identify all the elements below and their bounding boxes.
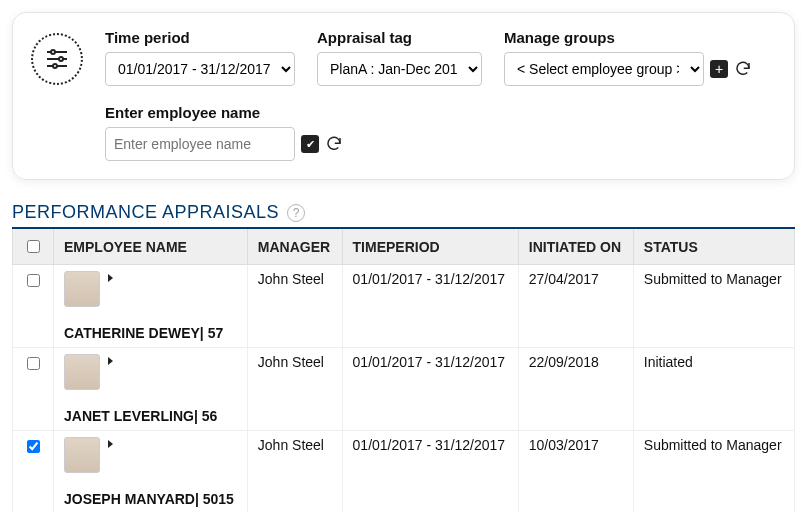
col-timeperiod: TIMEPERIOD xyxy=(342,228,518,265)
avatar xyxy=(64,271,100,307)
svg-point-5 xyxy=(53,64,57,68)
manager-cell: John Steel xyxy=(247,348,342,431)
expand-icon[interactable] xyxy=(108,274,113,282)
manager-cell: John Steel xyxy=(247,431,342,513)
page-title: PERFORMANCE APPRAISALS xyxy=(12,202,279,223)
section-header: PERFORMANCE APPRAISALS ? xyxy=(12,202,795,223)
employee-name-label: Enter employee name xyxy=(105,104,776,121)
time-period-select[interactable]: 01/01/2017 - 31/12/2017 xyxy=(105,52,295,86)
initiated-cell: 22/09/2018 xyxy=(518,348,633,431)
col-manager: MANAGER xyxy=(247,228,342,265)
manage-groups-group: Manage groups < Select employee group > … xyxy=(504,29,752,86)
filter-card: Time period 01/01/2017 - 31/12/2017 Appr… xyxy=(12,12,795,180)
add-group-icon[interactable]: + xyxy=(710,60,728,78)
row-checkbox[interactable] xyxy=(27,440,40,453)
appraisals-table: EMPLOYEE NAME MANAGER TIMEPERIOD INITIAT… xyxy=(12,227,795,512)
refresh-groups-icon[interactable] xyxy=(734,60,752,78)
expand-icon[interactable] xyxy=(108,357,113,365)
status-cell: Submitted to Manager xyxy=(633,431,794,513)
avatar xyxy=(64,354,100,390)
employee-name-group: Enter employee name ✔ xyxy=(105,104,776,161)
col-check xyxy=(13,228,54,265)
table-row: CATHERINE DEWEY| 57 John Steel 01/01/201… xyxy=(13,265,795,348)
help-icon[interactable]: ? xyxy=(287,204,305,222)
employee-name-text: CATHERINE DEWEY| 57 xyxy=(64,325,237,341)
timeperiod-cell: 01/01/2017 - 31/12/2017 xyxy=(342,431,518,513)
filter-columns: Time period 01/01/2017 - 31/12/2017 Appr… xyxy=(105,29,776,161)
time-period-group: Time period 01/01/2017 - 31/12/2017 xyxy=(105,29,295,86)
timeperiod-cell: 01/01/2017 - 31/12/2017 xyxy=(342,348,518,431)
employee-name-input[interactable] xyxy=(105,127,295,161)
appraisal-tag-label: Appraisal tag xyxy=(317,29,482,46)
row-checkbox[interactable] xyxy=(27,357,40,370)
status-cell: Initiated xyxy=(633,348,794,431)
table-row: JOSEPH MANYARD| 5015 John Steel 01/01/20… xyxy=(13,431,795,513)
initiated-cell: 10/03/2017 xyxy=(518,431,633,513)
col-status: STATUS xyxy=(633,228,794,265)
col-employee: EMPLOYEE NAME xyxy=(54,228,248,265)
appraisal-tag-select[interactable]: PlanA : Jan-Dec 2017 xyxy=(317,52,482,86)
manage-groups-label: Manage groups xyxy=(504,29,752,46)
timeperiod-cell: 01/01/2017 - 31/12/2017 xyxy=(342,265,518,348)
refresh-name-icon[interactable] xyxy=(325,135,343,153)
avatar xyxy=(64,437,100,473)
table-row: JANET LEVERLING| 56 John Steel 01/01/201… xyxy=(13,348,795,431)
employee-name-text: JOSEPH MANYARD| 5015 xyxy=(64,491,237,507)
svg-point-3 xyxy=(59,57,63,61)
manager-cell: John Steel xyxy=(247,265,342,348)
appraisal-tag-group: Appraisal tag PlanA : Jan-Dec 2017 xyxy=(317,29,482,86)
status-cell: Submitted to Manager xyxy=(633,265,794,348)
manage-groups-select[interactable]: < Select employee group > xyxy=(504,52,704,86)
initiated-cell: 27/04/2017 xyxy=(518,265,633,348)
confirm-icon[interactable]: ✔ xyxy=(301,135,319,153)
sliders-icon xyxy=(31,33,83,85)
time-period-label: Time period xyxy=(105,29,295,46)
expand-icon[interactable] xyxy=(108,440,113,448)
svg-point-1 xyxy=(51,50,55,54)
row-checkbox[interactable] xyxy=(27,274,40,287)
check-all[interactable] xyxy=(27,240,40,253)
employee-name-text: JANET LEVERLING| 56 xyxy=(64,408,237,424)
col-initiated: INITIATED ON xyxy=(518,228,633,265)
